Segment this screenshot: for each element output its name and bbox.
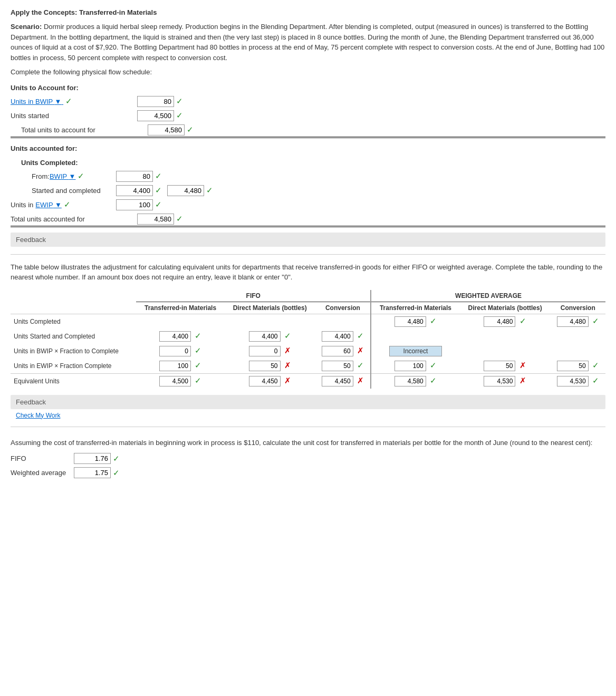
wa-cost-label: Weighted average (11, 469, 74, 477)
fifo-dm-ewip-cell: ✗ (225, 359, 315, 374)
started-completed-right-input[interactable] (167, 185, 204, 196)
wa-conv-ewip-cell: ✓ (551, 359, 605, 374)
fifo-dm-bwip-cross: ✗ (284, 346, 291, 355)
check-my-work-link[interactable]: Check My Work (16, 412, 60, 419)
fifo-ti-ewip-input[interactable] (159, 361, 191, 371)
wa-conv-label: Conversion (554, 304, 602, 312)
fifo-ti-sc-input[interactable] (159, 331, 191, 342)
wa-dm-ewip-input[interactable] (484, 361, 515, 371)
bwip-input-check: ✓ (176, 96, 183, 106)
wa-dm-ewip-cross: ✗ (519, 361, 526, 370)
wa-bwip-incorrect-label: Incorrect (389, 346, 442, 356)
wa-dm-label: Direct Materials (bottles) (463, 304, 547, 312)
fifo-cost-input[interactable] (74, 453, 111, 464)
ewip-row: Units in EWIP ▼ ✓ ✓ (11, 199, 605, 210)
bottom-text: Assuming the cost of transferred-in mate… (11, 438, 605, 448)
bwip-dropdown-container[interactable]: Units in BWIP ▼ ✓ (11, 96, 137, 106)
wa-conv-equiv-input[interactable] (557, 376, 589, 386)
fifo-ti-label: Transferred-in Materials (139, 304, 221, 312)
scenario-label: Scenario: (11, 23, 42, 31)
fifo-dm-sc-input[interactable] (249, 331, 281, 342)
table-row-ewip: Units in EWIP × Fraction Complete ✓ ✗ ✓ … (11, 359, 605, 374)
wa-ti-sc-cell (371, 329, 460, 344)
from-bwip-dropdown-check: ✓ (78, 171, 84, 181)
check-my-work-container: Check My Work (11, 411, 605, 419)
units-completed-section: Units Completed: From: BWIP ▼ ✓ ✓ Starte… (21, 159, 605, 196)
wa-conv-ewip-check: ✓ (592, 361, 599, 370)
bwip-input[interactable] (137, 96, 174, 107)
fifo-conv-sc-input[interactable] (322, 331, 353, 342)
fifo-ti-equiv-cell: ✓ (136, 373, 224, 389)
total-accounted-row: Total units accounted for ✓ (11, 214, 605, 227)
fifo-ti-ewip-cell: ✓ (136, 359, 224, 374)
from-bwip-input[interactable] (116, 171, 153, 182)
fifo-ti-ewip-check: ✓ (195, 361, 201, 370)
fifo-dm-ewip-input[interactable] (249, 361, 281, 371)
fifo-dm-bwip-input[interactable] (249, 346, 281, 356)
fifo-cost-label: FIFO (11, 455, 74, 462)
fifo-ti-header: Transferred-in Materials (136, 302, 224, 314)
wa-ti-label: Transferred-in Materials (374, 304, 457, 312)
wa-conv-uc-input[interactable] (557, 316, 589, 327)
total-accounted-check: ✓ (176, 214, 183, 224)
wa-ti-ewip-input[interactable] (394, 361, 426, 371)
ewip-dropdown-arrow[interactable]: ▼ (55, 201, 62, 209)
wa-ti-equiv-cell: ✓ (371, 373, 460, 389)
fifo-conv-sc-check: ✓ (357, 331, 364, 340)
wa-ti-uc-check: ✓ (430, 316, 437, 325)
table-row-bwip: Units in BWIP × Fraction to Complete ✓ ✗… (11, 344, 605, 359)
fifo-ti-sc-check: ✓ (195, 331, 201, 340)
wa-dm-header: Direct Materials (bottles) (460, 302, 551, 314)
total-accounted-input[interactable] (137, 214, 174, 225)
started-completed-row: Started and completed ✓ ✓ (32, 185, 605, 196)
bwip-tbl-label-text: Units in BWIP × Fraction to Complete (14, 347, 119, 355)
fifo-ti-equiv-check: ✓ (195, 376, 201, 385)
ewip-input-check: ✓ (155, 200, 162, 209)
equiv-units-table: FIFO WEIGHTED AVERAGE Transferred-in Mat… (11, 290, 605, 389)
ewip-label-container: Units in EWIP ▼ ✓ (11, 200, 116, 209)
table-row-equiv: Equivalent Units ✓ ✗ ✗ ✓ (11, 373, 605, 389)
wa-conv-uc-check: ✓ (592, 316, 599, 325)
fifo-conv-label: Conversion (319, 304, 368, 312)
fifo-ti-bwip-cell: ✓ (136, 344, 224, 359)
wa-dm-equiv-input[interactable] (484, 376, 515, 386)
fifo-conv-bwip-cell: ✗ (315, 344, 371, 359)
ewip-dropdown-check: ✓ (64, 200, 71, 209)
bottom-section: Assuming the cost of transferred-in mate… (11, 438, 605, 479)
units-started-input[interactable] (137, 110, 174, 121)
page-title: Apply the Concepts: Transferred-in Mater… (11, 8, 605, 16)
fifo-ti-equiv-input[interactable] (159, 376, 191, 386)
fifo-dm-uc-cell (225, 314, 315, 329)
ewip-dropdown[interactable]: EWIP ▼ (35, 201, 62, 209)
bwip-dropdown[interactable]: BWIP ▼ (50, 172, 76, 180)
bwip-select-label[interactable]: Units in BWIP ▼ (11, 98, 63, 105)
total-units-label: Total units to account for (21, 126, 148, 134)
feedback-bar-2: Feedback (11, 395, 605, 409)
from-bwip-input-check: ✓ (155, 171, 162, 181)
wa-ti-equiv-input[interactable] (394, 376, 426, 386)
wa-ti-uc-input[interactable] (394, 316, 426, 327)
started-completed-input[interactable] (116, 185, 153, 196)
wa-dm-sc-cell (460, 329, 551, 344)
wa-dm-equiv-cell: ✗ (460, 373, 551, 389)
bwip-dropdown-arrow[interactable]: ▼ (69, 172, 76, 180)
fifo-ti-bwip-input[interactable] (159, 346, 191, 356)
fifo-conv-ewip-input[interactable] (322, 361, 353, 371)
wa-conv-equiv-cell: ✓ (551, 373, 605, 389)
wa-dm-uc-input[interactable] (484, 316, 515, 327)
fifo-conv-equiv-cell: ✗ (315, 373, 371, 389)
fifo-dm-sc-check: ✓ (284, 331, 291, 340)
total-units-input[interactable] (148, 124, 185, 136)
ewip-input[interactable] (116, 199, 153, 210)
wa-cost-input[interactable] (74, 467, 111, 478)
fifo-conv-equiv-input[interactable] (322, 376, 353, 386)
wa-conv-ewip-input[interactable] (557, 361, 589, 371)
from-bwip-row: From: BWIP ▼ ✓ ✓ (32, 171, 605, 182)
fifo-dm-equiv-input[interactable] (249, 376, 281, 386)
scenario-paragraph: Scenario: Dormir produces a liquid herba… (11, 22, 605, 63)
fifo-conv-bwip-input[interactable] (322, 346, 353, 356)
fifo-cost-row: FIFO ✓ (11, 453, 605, 464)
wa-ti-bwip-cell: Incorrect (371, 344, 460, 359)
wa-conv-bwip-cell (551, 344, 605, 359)
dropdown-arrow-icon[interactable]: ▼ (55, 98, 62, 105)
